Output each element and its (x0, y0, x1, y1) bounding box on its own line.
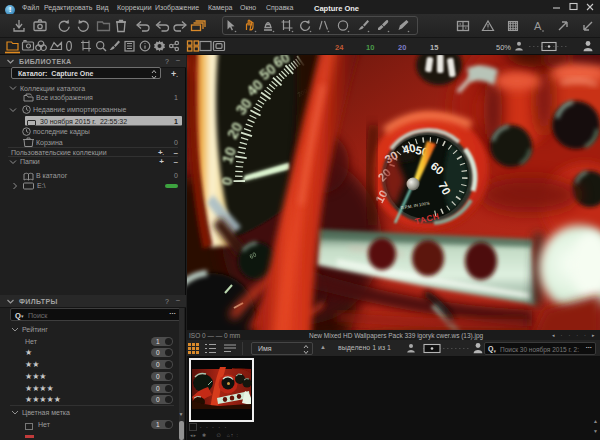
svg-text:A: A (534, 20, 542, 32)
